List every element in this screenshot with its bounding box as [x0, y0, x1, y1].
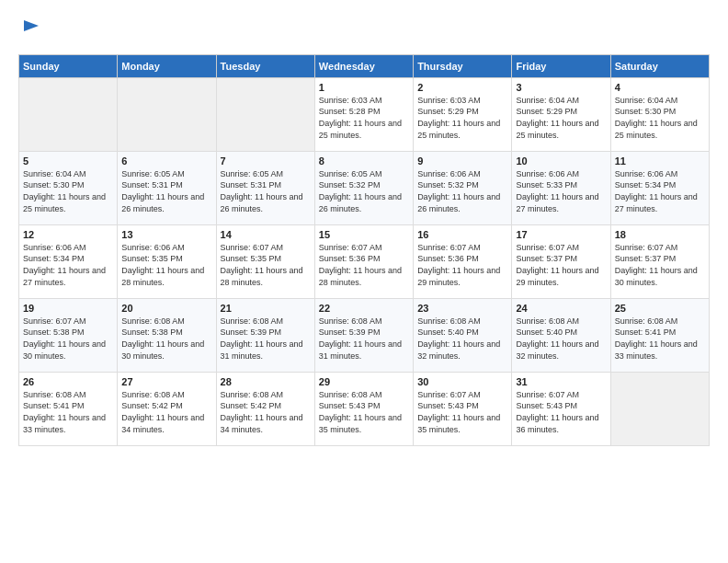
calendar-cell: 13Sunrise: 6:06 AMSunset: 5:35 PMDayligh… [118, 224, 216, 298]
calendar-cell: 30Sunrise: 6:07 AMSunset: 5:43 PMDayligh… [414, 372, 512, 445]
day-number: 19 [23, 303, 113, 314]
day-info: Sunrise: 6:05 AMSunset: 5:32 PMDaylight:… [319, 168, 409, 214]
calendar-cell: 31Sunrise: 6:07 AMSunset: 5:43 PMDayligh… [512, 372, 610, 445]
day-info: Sunrise: 6:06 AMSunset: 5:33 PMDaylight:… [516, 168, 606, 214]
calendar-cell: 26Sunrise: 6:08 AMSunset: 5:41 PMDayligh… [19, 372, 118, 445]
day-number: 30 [417, 376, 507, 387]
day-info: Sunrise: 6:08 AMSunset: 5:41 PMDaylight:… [615, 316, 705, 362]
day-info: Sunrise: 6:07 AMSunset: 5:35 PMDaylight:… [221, 242, 311, 288]
calendar-week-row: 5Sunrise: 6:04 AMSunset: 5:30 PMDaylight… [19, 151, 710, 224]
calendar-header-thursday: Thursday [414, 54, 512, 77]
calendar-header-sunday: Sunday [19, 54, 118, 77]
calendar-cell: 21Sunrise: 6:08 AMSunset: 5:39 PMDayligh… [216, 298, 314, 372]
day-info: Sunrise: 6:08 AMSunset: 5:40 PMDaylight:… [516, 316, 606, 362]
calendar-cell [216, 77, 314, 151]
calendar-cell: 2Sunrise: 6:03 AMSunset: 5:29 PMDaylight… [414, 77, 512, 151]
day-info: Sunrise: 6:07 AMSunset: 5:43 PMDaylight:… [417, 389, 507, 435]
calendar-cell: 22Sunrise: 6:08 AMSunset: 5:39 PMDayligh… [314, 298, 413, 372]
day-number: 6 [121, 155, 211, 167]
day-info: Sunrise: 6:08 AMSunset: 5:42 PMDaylight:… [221, 389, 311, 435]
calendar-cell: 27Sunrise: 6:08 AMSunset: 5:42 PMDayligh… [118, 372, 216, 445]
calendar-week-row: 1Sunrise: 6:03 AMSunset: 5:28 PMDaylight… [19, 77, 710, 151]
calendar-cell: 6Sunrise: 6:05 AMSunset: 5:31 PMDaylight… [118, 151, 216, 224]
day-number: 26 [23, 376, 113, 387]
logo [18, 18, 42, 45]
day-info: Sunrise: 6:07 AMSunset: 5:38 PMDaylight:… [23, 316, 113, 362]
calendar-cell: 8Sunrise: 6:05 AMSunset: 5:32 PMDaylight… [314, 151, 413, 224]
calendar-cell: 12Sunrise: 6:06 AMSunset: 5:34 PMDayligh… [19, 224, 118, 298]
day-info: Sunrise: 6:03 AMSunset: 5:29 PMDaylight:… [417, 95, 507, 141]
day-number: 5 [23, 155, 113, 167]
logo-flag-icon [20, 18, 42, 40]
day-number: 11 [615, 155, 705, 167]
day-info: Sunrise: 6:08 AMSunset: 5:38 PMDaylight:… [121, 316, 211, 362]
day-number: 10 [516, 155, 606, 167]
day-number: 29 [319, 376, 409, 387]
calendar-table: SundayMondayTuesdayWednesdayThursdayFrid… [18, 54, 710, 446]
day-info: Sunrise: 6:05 AMSunset: 5:31 PMDaylight:… [121, 168, 211, 214]
calendar-cell: 23Sunrise: 6:08 AMSunset: 5:40 PMDayligh… [414, 298, 512, 372]
day-number: 22 [319, 303, 409, 314]
day-number: 9 [417, 155, 507, 167]
day-info: Sunrise: 6:07 AMSunset: 5:43 PMDaylight:… [516, 389, 606, 435]
calendar-week-row: 26Sunrise: 6:08 AMSunset: 5:41 PMDayligh… [19, 372, 710, 445]
calendar-header-tuesday: Tuesday [216, 54, 314, 77]
day-info: Sunrise: 6:04 AMSunset: 5:29 PMDaylight:… [516, 95, 606, 141]
day-number: 3 [516, 82, 606, 93]
calendar-header-friday: Friday [512, 54, 610, 77]
day-number: 17 [516, 229, 606, 240]
calendar-cell: 7Sunrise: 6:05 AMSunset: 5:31 PMDaylight… [216, 151, 314, 224]
calendar-cell: 18Sunrise: 6:07 AMSunset: 5:37 PMDayligh… [610, 224, 709, 298]
calendar-header-saturday: Saturday [610, 54, 709, 77]
day-number: 8 [319, 155, 409, 167]
calendar-week-row: 19Sunrise: 6:07 AMSunset: 5:38 PMDayligh… [19, 298, 710, 372]
day-info: Sunrise: 6:08 AMSunset: 5:43 PMDaylight:… [319, 389, 409, 435]
day-info: Sunrise: 6:08 AMSunset: 5:41 PMDaylight:… [23, 389, 113, 435]
day-info: Sunrise: 6:07 AMSunset: 5:37 PMDaylight:… [516, 242, 606, 288]
day-number: 21 [221, 303, 311, 314]
day-number: 2 [417, 82, 507, 93]
calendar-header-row: SundayMondayTuesdayWednesdayThursdayFrid… [19, 54, 710, 77]
day-info: Sunrise: 6:08 AMSunset: 5:39 PMDaylight:… [319, 316, 409, 362]
day-number: 20 [121, 303, 211, 314]
day-number: 27 [121, 376, 211, 387]
day-number: 12 [23, 229, 113, 240]
calendar-cell: 28Sunrise: 6:08 AMSunset: 5:42 PMDayligh… [216, 372, 314, 445]
day-number: 15 [319, 229, 409, 240]
calendar-cell: 16Sunrise: 6:07 AMSunset: 5:36 PMDayligh… [414, 224, 512, 298]
calendar-cell: 3Sunrise: 6:04 AMSunset: 5:29 PMDaylight… [512, 77, 610, 151]
day-number: 31 [516, 376, 606, 387]
calendar-cell [118, 77, 216, 151]
day-info: Sunrise: 6:06 AMSunset: 5:32 PMDaylight:… [417, 168, 507, 214]
calendar-cell: 20Sunrise: 6:08 AMSunset: 5:38 PMDayligh… [118, 298, 216, 372]
calendar-cell: 15Sunrise: 6:07 AMSunset: 5:36 PMDayligh… [314, 224, 413, 298]
day-number: 1 [319, 82, 409, 93]
day-info: Sunrise: 6:06 AMSunset: 5:35 PMDaylight:… [121, 242, 211, 288]
day-info: Sunrise: 6:07 AMSunset: 5:36 PMDaylight:… [417, 242, 507, 288]
day-number: 23 [417, 303, 507, 314]
day-info: Sunrise: 6:07 AMSunset: 5:37 PMDaylight:… [615, 242, 705, 288]
day-info: Sunrise: 6:06 AMSunset: 5:34 PMDaylight:… [23, 242, 113, 288]
svg-marker-0 [24, 20, 39, 31]
calendar-cell: 10Sunrise: 6:06 AMSunset: 5:33 PMDayligh… [512, 151, 610, 224]
header [18, 18, 710, 45]
day-info: Sunrise: 6:04 AMSunset: 5:30 PMDaylight:… [23, 168, 113, 214]
day-number: 7 [221, 155, 311, 167]
day-info: Sunrise: 6:03 AMSunset: 5:28 PMDaylight:… [319, 95, 409, 141]
calendar-cell: 19Sunrise: 6:07 AMSunset: 5:38 PMDayligh… [19, 298, 118, 372]
calendar-cell: 11Sunrise: 6:06 AMSunset: 5:34 PMDayligh… [610, 151, 709, 224]
day-number: 13 [121, 229, 211, 240]
day-info: Sunrise: 6:07 AMSunset: 5:36 PMDaylight:… [319, 242, 409, 288]
day-info: Sunrise: 6:08 AMSunset: 5:40 PMDaylight:… [417, 316, 507, 362]
day-info: Sunrise: 6:05 AMSunset: 5:31 PMDaylight:… [221, 168, 311, 214]
calendar-cell [610, 372, 709, 445]
calendar-week-row: 12Sunrise: 6:06 AMSunset: 5:34 PMDayligh… [19, 224, 710, 298]
calendar-cell: 4Sunrise: 6:04 AMSunset: 5:30 PMDaylight… [610, 77, 709, 151]
calendar-cell: 17Sunrise: 6:07 AMSunset: 5:37 PMDayligh… [512, 224, 610, 298]
calendar-cell: 24Sunrise: 6:08 AMSunset: 5:40 PMDayligh… [512, 298, 610, 372]
day-number: 24 [516, 303, 606, 314]
day-number: 28 [221, 376, 311, 387]
day-info: Sunrise: 6:08 AMSunset: 5:39 PMDaylight:… [221, 316, 311, 362]
day-info: Sunrise: 6:06 AMSunset: 5:34 PMDaylight:… [615, 168, 705, 214]
calendar-header-monday: Monday [118, 54, 216, 77]
